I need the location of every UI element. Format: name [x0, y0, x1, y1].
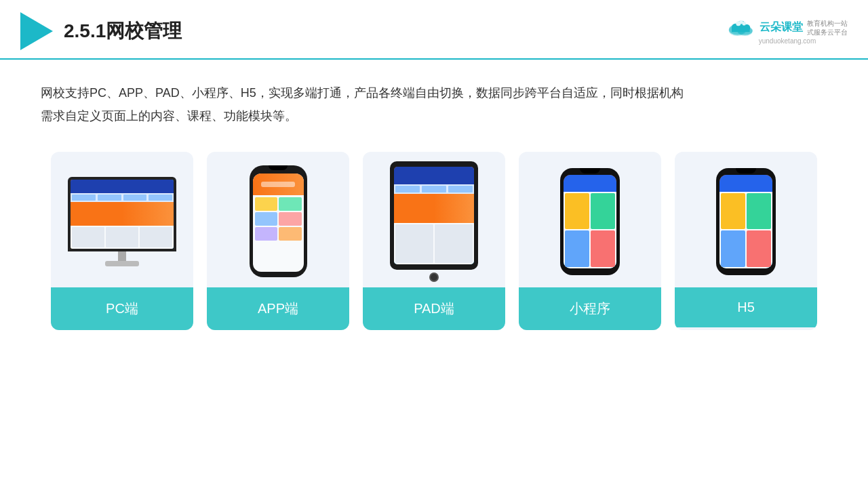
tablet-home-btn — [429, 272, 439, 282]
miniprogram-screen-header — [564, 175, 616, 192]
app-phone-device — [250, 165, 307, 277]
miniprogram-phone-outer — [560, 168, 620, 275]
page-header: 2.5.1网校管理 云朵课堂 教育机构一站 式服务云平台 yu — [0, 0, 868, 60]
pc-screen-header — [71, 180, 174, 193]
card-pad-label: PAD端 — [363, 287, 505, 330]
description-text: 网校支持PC、APP、PAD、小程序、H5，实现多端打通，产品各终端自由切换，数… — [0, 60, 868, 138]
app-phone-notch — [269, 165, 288, 170]
brand-name: 云朵课堂 — [760, 20, 803, 35]
app-cell — [255, 212, 278, 226]
h5-phone — [715, 168, 776, 275]
miniprogram-cell — [591, 193, 615, 230]
tablet-hero — [394, 194, 474, 223]
pc-preview — [51, 152, 193, 287]
brand-slogan-line1: 教育机构一站 — [807, 19, 848, 28]
app-cell — [279, 197, 302, 211]
tablet-screen-nav — [394, 184, 474, 194]
svg-rect-7 — [732, 27, 750, 32]
device-cards-container: PC端 — [0, 138, 868, 350]
brand-area: 云朵课堂 教育机构一站 式服务云平台 yunduoketang.com — [727, 18, 848, 45]
card-h5: H5 — [675, 152, 817, 330]
tablet-nav-item — [395, 186, 420, 192]
pc-nav-item — [72, 195, 96, 200]
app-cell — [255, 197, 278, 211]
app-screen-top — [253, 174, 304, 195]
card-miniprogram: 小程序 — [519, 152, 661, 330]
card-pc: PC端 — [51, 152, 193, 330]
tablet-content-col — [395, 224, 433, 262]
brand-url: yunduoketang.com — [759, 37, 816, 45]
app-cell — [255, 227, 278, 241]
header-left: 2.5.1网校管理 — [20, 12, 182, 50]
brand-logo: 云朵课堂 教育机构一站 式服务云平台 — [727, 18, 848, 37]
pc-content-col — [72, 227, 104, 247]
card-miniprogram-label: 小程序 — [519, 287, 661, 330]
h5-phone-notch — [736, 168, 756, 174]
cloud-icon — [727, 18, 755, 37]
monitor-base — [105, 261, 139, 266]
card-pc-label: PC端 — [51, 287, 193, 330]
card-h5-label: H5 — [675, 287, 817, 327]
tablet-nav-item — [422, 186, 446, 192]
app-preview — [207, 152, 349, 287]
page-title: 2.5.1网校管理 — [64, 18, 182, 44]
monitor-screen-inner — [71, 180, 174, 249]
h5-phone-screen — [719, 175, 772, 268]
tablet-nav-item — [448, 186, 473, 192]
app-phone-screen — [253, 174, 304, 272]
h5-cell — [721, 193, 745, 230]
miniprogram-preview — [519, 152, 661, 287]
h5-cell — [747, 193, 771, 230]
pc-nav-item — [123, 195, 147, 200]
app-cell — [279, 212, 302, 226]
tablet-screen — [394, 167, 474, 264]
pad-preview — [363, 152, 505, 287]
description-line2: 需求自定义页面上的内容、课程、功能模块等。 — [41, 104, 827, 127]
app-screen-body — [253, 195, 304, 243]
card-app: APP端 — [207, 152, 349, 330]
miniprogram-phone-screen — [564, 175, 616, 268]
brand-slogan-line2: 式服务云平台 — [807, 28, 848, 37]
card-pad: PAD端 — [363, 152, 505, 330]
pc-content-col — [140, 227, 172, 247]
svg-point-10 — [742, 21, 746, 25]
miniprogram-cell — [565, 193, 589, 230]
miniprogram-cell — [565, 230, 589, 267]
h5-phone-outer — [716, 168, 776, 275]
tablet-content — [394, 223, 474, 264]
monitor-screen-outer — [68, 177, 176, 251]
pc-screen-content — [71, 226, 174, 249]
tablet-outer — [390, 161, 478, 270]
h5-screen-header — [719, 175, 772, 192]
miniprogram-cell — [591, 230, 615, 267]
tablet-device — [390, 161, 478, 282]
monitor-neck — [118, 251, 126, 261]
logo-icon — [20, 12, 53, 50]
description-line1: 网校支持PC、APP、PAD、小程序、H5，实现多端打通，产品各终端自由切换，数… — [41, 81, 827, 104]
app-hero-text — [261, 182, 295, 187]
h5-preview — [675, 152, 817, 287]
miniprogram-screen-body — [564, 192, 616, 268]
app-cell — [279, 227, 302, 241]
pc-screen-hero — [71, 202, 174, 226]
tablet-content-col — [435, 224, 473, 262]
h5-screen-body — [719, 192, 772, 268]
pc-nav-item — [98, 195, 121, 200]
h5-cell — [747, 230, 771, 267]
card-app-label: APP端 — [207, 287, 349, 330]
pc-nav-item — [149, 195, 172, 200]
pc-screen-nav — [71, 193, 174, 201]
pc-content-col — [106, 227, 138, 247]
monitor-device — [68, 177, 176, 266]
miniprogram-phone — [559, 168, 620, 275]
h5-cell — [721, 230, 745, 267]
tablet-screen-header — [394, 167, 474, 184]
miniprogram-phone-notch — [580, 168, 600, 174]
